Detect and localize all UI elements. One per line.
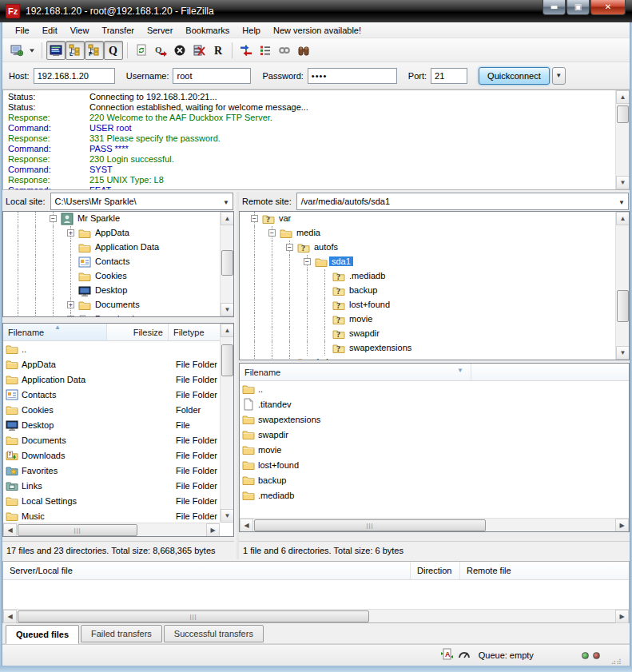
close-button[interactable]: ✕ xyxy=(590,0,626,15)
resize-grip[interactable]: ⣠⣴ xyxy=(611,656,622,664)
scrollbar-thumb[interactable]: ||| xyxy=(18,610,369,622)
remote-file-row[interactable]: .titandev xyxy=(240,396,629,412)
collapse-icon[interactable]: − xyxy=(304,258,311,265)
column-header-filetype[interactable]: Filetype xyxy=(169,324,221,340)
column-header-filename[interactable]: Filename▼ xyxy=(240,364,471,380)
remote-list-hscrollbar[interactable]: ◀ ||| ▶ xyxy=(240,518,629,531)
port-input[interactable] xyxy=(431,68,467,84)
menu-edit[interactable]: Edit xyxy=(36,24,64,37)
scroll-right-icon[interactable]: ▶ xyxy=(615,519,629,532)
local-file-row[interactable]: .. xyxy=(3,341,220,356)
scroll-down-icon[interactable]: ▼ xyxy=(616,346,630,360)
remote-tree-item[interactable]: −?autofs xyxy=(240,241,629,255)
minimize-button[interactable]: ▬ xyxy=(543,0,566,15)
message-log-scrollbar[interactable]: ▲ ▼ xyxy=(615,90,629,189)
scrollbar-thumb[interactable] xyxy=(221,344,233,376)
remote-file-row[interactable]: swapextensions xyxy=(240,412,629,427)
expand-icon[interactable]: + xyxy=(67,301,74,308)
local-file-row[interactable]: Contacts File Folder xyxy=(3,387,220,402)
cancel-operation-button[interactable] xyxy=(170,41,189,60)
collapse-icon[interactable]: − xyxy=(286,244,293,251)
directory-listing-filters-button[interactable] xyxy=(256,41,275,60)
quickconnect-dropdown[interactable]: ▼ xyxy=(552,67,566,85)
menu-server[interactable]: Server xyxy=(141,24,179,37)
menu-help[interactable]: Help xyxy=(236,24,267,37)
scroll-down-icon[interactable]: ▼ xyxy=(616,176,630,189)
scrollbar-thumb[interactable] xyxy=(221,250,233,276)
scroll-left-icon[interactable]: ◀ xyxy=(240,519,253,532)
restore-button[interactable]: ▣ xyxy=(566,0,590,15)
scroll-up-icon[interactable]: ▲ xyxy=(221,212,234,225)
scrollbar-thumb[interactable]: ||| xyxy=(254,519,486,531)
site-manager-dropdown[interactable] xyxy=(26,41,38,60)
local-file-row[interactable]: AppData File Folder xyxy=(3,356,220,372)
local-file-row[interactable]: Favorites File Folder xyxy=(3,463,220,478)
refresh-button[interactable] xyxy=(132,41,151,60)
scroll-left-icon[interactable]: ◀ xyxy=(3,523,17,537)
queue-column-local-file[interactable]: Server/Local file xyxy=(3,562,411,579)
password-input[interactable] xyxy=(308,68,397,84)
local-tree-item[interactable]: Application Data xyxy=(3,241,233,255)
queue-column-remote-file[interactable]: Remote file xyxy=(460,562,629,579)
column-header-filesize[interactable]: Filesize xyxy=(107,324,169,340)
local-file-row[interactable]: Downloads File Folder xyxy=(3,447,220,463)
remote-tree-item[interactable]: ?swapextensions xyxy=(240,341,629,356)
quickconnect-button[interactable]: Quickconnect xyxy=(479,67,550,85)
local-file-row[interactable]: Application Data File Folder xyxy=(3,372,220,387)
reconnect-button[interactable]: R xyxy=(209,41,228,60)
toggle-message-log-button[interactable] xyxy=(46,41,66,60)
scroll-up-icon[interactable]: ▲ xyxy=(616,90,630,104)
local-tree-item[interactable]: Cookies xyxy=(3,269,233,284)
local-tree-scrollbar[interactable]: ▲ ▼ xyxy=(220,212,233,316)
scroll-up-icon[interactable]: ▲ xyxy=(221,324,234,337)
remote-site-combobox[interactable]: /var/media/autofs/sda1 ▼ xyxy=(296,193,629,210)
local-tree-item[interactable]: Contacts xyxy=(3,255,233,269)
scrollbar-thumb[interactable]: ||| xyxy=(18,524,137,536)
username-input[interactable] xyxy=(173,68,251,84)
menu-transfer[interactable]: Transfer xyxy=(95,24,141,37)
scrollbar-thumb[interactable] xyxy=(617,105,629,123)
local-file-row[interactable]: Desktop File xyxy=(3,417,220,432)
remote-file-row[interactable]: lost+found xyxy=(240,457,629,472)
local-tree-item[interactable]: +Downloads xyxy=(3,312,233,317)
local-site-combobox[interactable]: C:\Users\Mr Sparkle\ ▼ xyxy=(50,193,233,210)
scroll-up-icon[interactable]: ▲ xyxy=(616,212,630,225)
local-file-row[interactable]: Cookies Folder xyxy=(3,402,220,417)
collapse-icon[interactable]: − xyxy=(251,215,258,222)
scrollbar-thumb[interactable] xyxy=(617,290,629,322)
remote-tree-item[interactable]: ?backup xyxy=(240,284,629,298)
remote-tree-item[interactable]: −sda1 xyxy=(240,255,629,269)
remote-file-row[interactable]: backup xyxy=(240,472,629,487)
menu-new-version-notice[interactable]: New version available! xyxy=(267,24,368,37)
menu-bookmarks[interactable]: Bookmarks xyxy=(179,24,236,37)
scroll-right-icon[interactable]: ▶ xyxy=(615,610,629,623)
remote-tree-item[interactable]: −media xyxy=(240,226,629,241)
local-list-vscrollbar[interactable]: ▲ ▼ xyxy=(220,324,233,523)
expand-icon[interactable]: + xyxy=(67,229,74,237)
scroll-right-icon[interactable]: ▶ xyxy=(206,523,220,537)
directory-comparison-button[interactable] xyxy=(237,41,256,60)
find-files-button[interactable] xyxy=(294,41,313,60)
local-file-row[interactable]: Music File Folder xyxy=(3,508,220,523)
tab-queued-files[interactable]: Queued files xyxy=(6,625,79,644)
remote-file-row[interactable]: swapdir xyxy=(240,427,629,442)
queue-hscrollbar[interactable]: ◀ ||| ▶ xyxy=(3,609,629,622)
tab-successful-transfers[interactable]: Successful transfers xyxy=(164,625,264,642)
local-file-row[interactable]: Local Settings File Folder xyxy=(3,493,220,508)
disconnect-button[interactable] xyxy=(189,41,209,60)
local-tree-item[interactable]: +AppData xyxy=(3,226,233,241)
scroll-down-icon[interactable]: ▼ xyxy=(221,303,234,316)
remote-tree-item[interactable]: ?dvd xyxy=(240,356,629,360)
site-manager-button[interactable] xyxy=(7,41,26,60)
remote-tree-scrollbar[interactable]: ▲ ▼ xyxy=(615,212,629,360)
titlebar[interactable]: Fz 192.168.1.20 - root@192.168.1.20 - Fi… xyxy=(0,0,632,22)
collapse-icon[interactable]: − xyxy=(50,215,57,222)
column-header-filename[interactable]: Filename▲ xyxy=(3,324,107,340)
scroll-left-icon[interactable]: ◀ xyxy=(3,610,17,623)
remote-tree-item[interactable]: ?.mediadb xyxy=(240,269,629,284)
expand-icon[interactable]: + xyxy=(67,316,74,317)
local-tree-item[interactable]: −Mr Sparkle xyxy=(3,212,233,226)
toggle-remote-tree-button[interactable]: F xyxy=(85,41,104,60)
queue-column-direction[interactable]: Direction xyxy=(411,562,460,579)
menu-view[interactable]: View xyxy=(64,24,96,37)
